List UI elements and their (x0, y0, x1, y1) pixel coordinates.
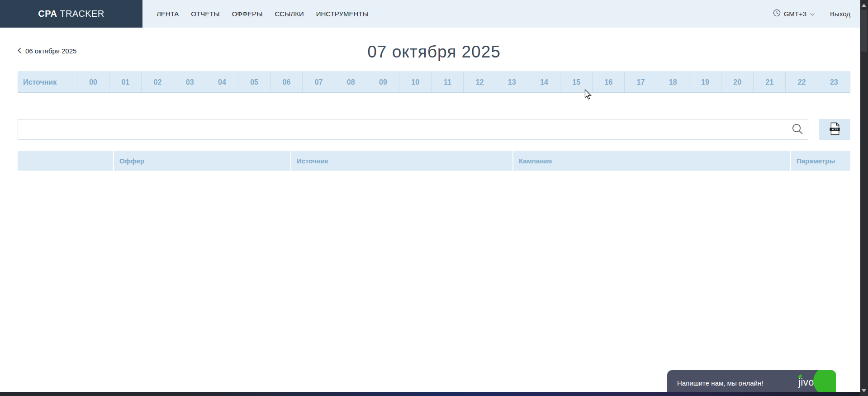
timezone-selector[interactable]: GMT+3 (773, 9, 815, 19)
hour-column-14: 14 (528, 72, 560, 92)
scrollbar-down-arrow-icon[interactable] (862, 389, 866, 392)
bottom-edge-stripe (0, 392, 868, 396)
hour-column-01: 01 (109, 72, 141, 92)
hour-column-21: 21 (753, 72, 785, 92)
hour-column-13: 13 (496, 72, 528, 92)
search-icon (791, 123, 804, 137)
hour-column-12: 12 (463, 72, 495, 92)
hour-column-07: 07 (302, 72, 334, 92)
chevron-down-icon (810, 10, 815, 18)
export-xlsx-button[interactable]: XLSX (819, 119, 850, 140)
hour-column-20: 20 (721, 72, 753, 92)
nav-item-reports[interactable]: ОТЧЕТЫ (191, 10, 219, 18)
column-header-campaign: Кампания (512, 151, 790, 171)
search-field-wrap (18, 119, 808, 140)
hour-column-19: 19 (689, 72, 721, 92)
search-button[interactable] (790, 123, 805, 136)
prev-day-link[interactable]: 06 октября 2025 (18, 47, 76, 55)
clock-icon (773, 9, 781, 19)
hour-column-00: 00 (77, 72, 109, 92)
hour-column-18: 18 (657, 72, 689, 92)
mouse-cursor (584, 89, 592, 102)
xlsx-icon-label: XLSX (831, 128, 838, 131)
hour-column-23: 23 (818, 72, 850, 92)
scrollbar-thumb[interactable] (861, 10, 867, 52)
jivo-logo: jivo (798, 377, 814, 388)
hour-column-10: 10 (399, 72, 431, 92)
prev-day-label: 06 октября 2025 (25, 47, 76, 55)
column-header-params: Параметры (790, 151, 850, 171)
chat-message: Напишите нам, мы онлайн! (677, 379, 763, 387)
timezone-label: GMT+3 (784, 10, 806, 18)
logout-link[interactable]: Выход (830, 10, 850, 18)
brand-logo-rest: TRACKER (60, 9, 104, 19)
navbar-right: GMT+3 Выход (773, 0, 850, 28)
vertical-scrollbar[interactable] (860, 0, 868, 396)
nav-item-tools[interactable]: ИНСТРУМЕНТЫ (316, 10, 369, 18)
hour-column-05: 05 (238, 72, 270, 92)
xlsx-file-icon: XLSX (829, 122, 840, 137)
search-input[interactable] (18, 119, 808, 140)
date-header-row: 06 октября 2025 07 октября 2025 (18, 43, 850, 61)
nav-item-links[interactable]: ССЫЛКИ (275, 10, 304, 18)
column-header-offer: Оффер (113, 151, 290, 171)
hour-column-04: 04 (206, 72, 238, 92)
brand-logo-bold: CPA (38, 9, 57, 19)
hour-column-16: 16 (592, 72, 624, 92)
column-header-source: Источник (290, 151, 512, 171)
hour-header-source-column: Источник (18, 72, 77, 92)
hour-column-02: 02 (141, 72, 173, 92)
brand-logo[interactable]: CPA TRACKER (0, 0, 142, 28)
hour-column-03: 03 (174, 72, 206, 92)
nav-item-offers[interactable]: ОФФЕРЫ (232, 10, 263, 18)
data-table-header: ОфферИсточникКампанияПараметры (18, 151, 850, 171)
nav-item-feed[interactable]: ЛЕНТА (157, 10, 179, 18)
hour-header-row: Источник 0001020304050607080910111213141… (18, 72, 850, 93)
hour-column-22: 22 (785, 72, 817, 92)
hour-column-06: 06 (270, 72, 302, 92)
chevron-left-icon (18, 47, 21, 55)
scrollbar-up-arrow-icon[interactable] (862, 4, 866, 7)
hour-column-11: 11 (431, 72, 463, 92)
search-row: XLSX (18, 119, 850, 140)
column-header-checkbox (18, 151, 113, 171)
hour-column-08: 08 (335, 72, 367, 92)
main-nav: ЛЕНТАОТЧЕТЫОФФЕРЫССЫЛКИИНСТРУМЕНТЫ (157, 0, 369, 28)
top-navbar: CPA TRACKER ЛЕНТАОТЧЕТЫОФФЕРЫССЫЛКИИНСТР… (0, 0, 868, 28)
hour-column-17: 17 (624, 72, 656, 92)
hour-column-09: 09 (367, 72, 399, 92)
page-title: 07 октября 2025 (18, 43, 850, 61)
